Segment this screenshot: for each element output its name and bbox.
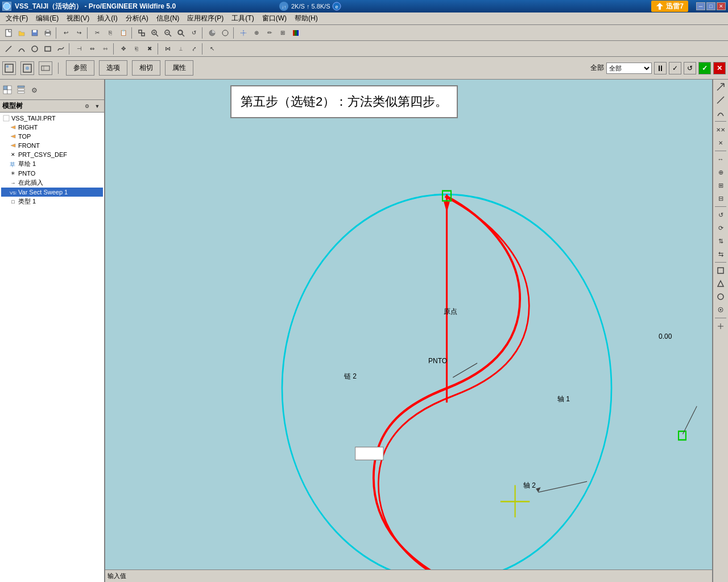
model-tree-content[interactable]: VSS_TAIJI.PRT RIGHT TOP [0,113,104,582]
rt-btn-2[interactable] [714,94,727,106]
wireframe-btn[interactable] [219,27,231,39]
constraint-btn[interactable]: ⊣ [73,43,85,55]
menu-edit[interactable]: 编辑(E) [32,13,62,24]
undo-btn[interactable]: ↩ [60,27,72,39]
feature-mode-btn[interactable] [1,84,14,96]
rt-btn-17[interactable] [714,304,727,316]
rect-btn[interactable] [42,43,54,55]
redo-btn[interactable]: ↪ [73,27,85,39]
sketch-btn[interactable]: ✏ [263,27,276,39]
tree-mode-btn[interactable] [15,84,27,96]
loop-button[interactable]: ↺ [684,62,696,74]
ref-btn[interactable]: ⊞ [276,27,289,39]
csys-btn[interactable]: ⊕ [250,27,263,39]
color-btn[interactable] [289,27,302,39]
rt-btn-8[interactable]: ⊞ [714,179,727,192]
menu-analysis[interactable]: 分析(A) [122,13,152,24]
tree-expand-btn[interactable]: ▼ [93,102,102,111]
rt-btn-11[interactable]: ⟳ [714,222,727,234]
copy2-btn[interactable]: ⎗ [130,43,143,55]
shade-btn[interactable] [206,27,218,39]
zoom-out-btn[interactable] [162,27,174,39]
cut-btn[interactable]: ✂ [91,27,104,39]
tab-properties[interactable]: 属性 [165,60,193,76]
rt-btn-13[interactable]: ⇆ [714,248,727,260]
pause-button[interactable]: ⏸ [654,62,667,74]
datum-btn[interactable] [237,27,250,39]
move-btn[interactable]: ✥ [117,43,130,55]
feature-icon-1[interactable] [2,61,16,75]
feature-icon-3[interactable] [39,61,52,75]
dim-btn[interactable]: ⇔ [86,43,98,55]
tree-item-root[interactable]: VSS_TAIJI.PRT [1,114,103,123]
mirror-btn[interactable]: ⇿ [99,43,111,55]
svg-marker-69 [718,281,723,286]
accept-button[interactable]: ✓ [698,62,711,74]
tree-item-pnto[interactable]: ✳ PNTO [1,169,103,178]
rt-btn-14[interactable] [714,264,727,277]
rt-btn-1[interactable] [714,81,727,93]
menu-view[interactable]: 视图(V) [63,13,93,24]
feature-icon-2[interactable] [20,61,34,75]
close-button[interactable]: ✕ [717,2,726,10]
tree-item-sweep[interactable]: VSS Var Sect Sweep 1 [1,188,103,197]
rt-btn-16[interactable] [714,290,727,303]
print-btn[interactable] [42,27,54,39]
paste-btn[interactable]: 📋 [117,27,130,39]
filter-select[interactable]: 全部 [606,63,652,74]
tree-item-insert[interactable]: → 在此插入 [1,178,103,188]
menu-file[interactable]: 文件(F) [2,13,31,24]
rt-btn-6[interactable]: ↔ [714,153,727,165]
rt-btn-9[interactable]: ⊟ [714,192,727,205]
offset-btn[interactable]: ⤤ [188,43,200,55]
copy-btn[interactable]: ⎘ [104,27,117,39]
rt-btn-5[interactable]: ✕ [714,136,727,149]
save-btn[interactable] [28,27,41,39]
zoom-in-btn[interactable] [148,27,161,39]
line-btn[interactable] [2,43,15,55]
del-btn[interactable]: ✖ [143,43,156,55]
tree-item-csys[interactable]: ✕ PRT_CSYS_DEF [1,150,103,159]
intersect-btn[interactable]: ⋈ [162,43,174,55]
menu-tools[interactable]: 工具(T) [228,13,257,24]
tab-reference[interactable]: 参照 [66,60,94,76]
open-btn[interactable] [15,27,28,39]
menu-info[interactable]: 信息(N) [153,13,183,24]
menu-insert[interactable]: 插入(I) [94,13,121,24]
tab-options[interactable]: 选项 [99,60,127,76]
refit-btn[interactable] [135,27,148,39]
maximize-button[interactable]: □ [706,2,715,10]
rt-btn-3[interactable] [714,107,727,119]
viewport[interactable]: 第五步（选链2）：方法类似第四步。 [105,80,712,582]
cursor-btn[interactable]: ↖ [206,43,218,55]
rt-btn-12[interactable]: ⇅ [714,235,727,247]
tab-tangent[interactable]: 相切 [132,60,160,76]
rt-btn-18[interactable] [714,320,727,332]
minimize-button[interactable]: ─ [696,2,705,10]
rt-sep-4 [715,262,726,263]
tree-item-right[interactable]: RIGHT [1,123,103,132]
rt-btn-15[interactable] [714,277,727,290]
spline-btn[interactable] [55,43,67,55]
tree-item-top[interactable]: TOP [1,132,103,141]
rt-btn-4[interactable]: ✕✕ [714,123,727,136]
tree-item-front[interactable]: FRONT [1,141,103,150]
menu-help[interactable]: 帮助(H) [291,13,321,24]
zoom-rect-btn[interactable] [175,27,187,39]
rt-btn-7[interactable]: ⊕ [714,166,727,178]
xunlei-widget[interactable]: 迅雷7 [651,1,688,12]
cancel-button[interactable]: ✕ [713,62,726,74]
menu-window[interactable]: 窗口(W) [259,13,290,24]
spin-btn[interactable]: ↺ [188,27,200,39]
new-btn[interactable] [2,27,15,39]
check1-button[interactable]: ✓ [669,62,681,74]
menu-apps[interactable]: 应用程序(P) [184,13,227,24]
settings-btn[interactable]: ⚙ [28,84,41,96]
rt-btn-10[interactable]: ↺ [714,209,727,221]
tree-item-type1[interactable]: □ 类型 1 [1,197,103,206]
tree-item-sketch1[interactable]: 草 草绘 1 [1,159,103,169]
circle-btn[interactable] [28,43,41,55]
project-btn[interactable]: ⟂ [175,43,187,55]
tree-settings-btn[interactable]: ⚙ [82,102,92,111]
arc-btn[interactable] [15,43,28,55]
